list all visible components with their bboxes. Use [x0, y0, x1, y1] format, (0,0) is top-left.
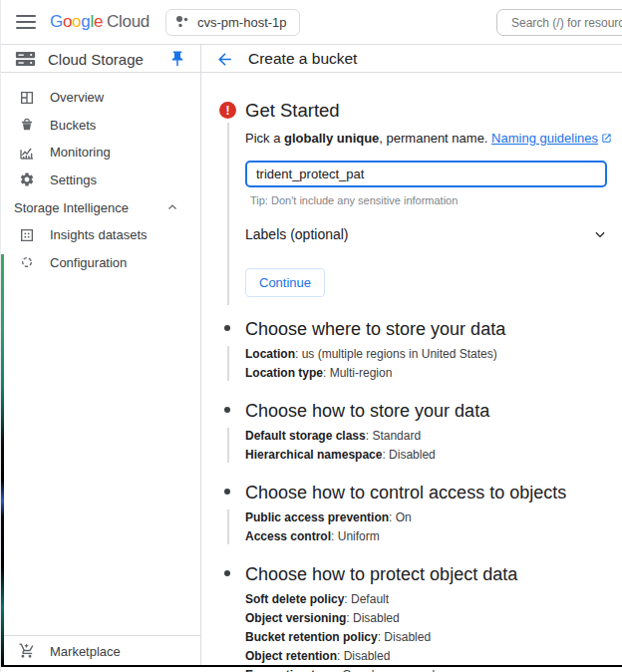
step-bullet-icon [224, 407, 230, 413]
sidebar-item-label: Configuration [50, 255, 127, 270]
step-title[interactable]: Choose how to control access to objects [245, 481, 622, 504]
detail-line: Default storage class: Standard [245, 427, 622, 446]
labels-expander[interactable]: Labels (optional) [245, 223, 607, 245]
detail-line: Object retention: Disabled [245, 647, 622, 666]
sidebar-item-monitoring[interactable]: Monitoring [1, 139, 200, 167]
sidebar-item-label: Monitoring [50, 145, 111, 160]
sidebar-section-nav: Insights datasets Configuration [1, 221, 200, 276]
back-arrow-icon[interactable] [214, 49, 234, 69]
buckets-icon [18, 116, 36, 134]
monitoring-icon [18, 144, 36, 162]
sidebar-item-label: Buckets [50, 118, 96, 133]
top-bar: Google Cloud cvs-pm-host-1p [1, 0, 622, 45]
header-row: Cloud Storage Create a bucket [1, 45, 622, 73]
bucket-name-instructions: Pick a globally unique, permanent name. … [245, 131, 622, 146]
configuration-icon [18, 253, 36, 271]
detail-line: Location type: Multi-region [245, 364, 622, 383]
marketplace-icon [18, 642, 36, 660]
menu-icon[interactable] [16, 15, 36, 29]
input-tip: Tip: Don't include any sensitive informa… [250, 194, 622, 206]
page-title: Create a bucket [248, 50, 357, 68]
google-logo-text: Google [50, 12, 103, 32]
stepper-sections: Choose where to store your data Location… [245, 317, 622, 672]
settings-icon [18, 170, 36, 188]
detail-line: Access control: Uniform [245, 527, 622, 546]
step-section: Choose how to control access to objects … [245, 481, 622, 546]
detail-line: Soft delete policy: Default [245, 590, 622, 609]
sidebar-item-label: Marketplace [50, 644, 121, 659]
sidebar-item-label: Settings [50, 172, 97, 187]
stepper-rail [227, 346, 229, 381]
sidebar: Overview Buckets Monitoring Settings Sto… [1, 73, 200, 665]
sidebar-item-buckets[interactable]: Buckets [1, 112, 200, 140]
step-details: Soft delete policy: DefaultObject versio… [245, 590, 622, 672]
instruction-text-2: , permanent name. [379, 131, 491, 146]
window-bottom-edge [1, 665, 622, 667]
detail-line: Location: us (multiple regions in United… [245, 345, 622, 364]
sidebar-section-storage-intelligence[interactable]: Storage Intelligence [1, 193, 200, 221]
detail-line: Bucket retention policy: Disabled [245, 628, 622, 647]
naming-guidelines-link[interactable]: Naming guidelines [491, 131, 598, 146]
step-details: Public access prevention: OnAccess contr… [245, 508, 622, 546]
project-selector[interactable]: cvs-pm-host-1p [165, 9, 300, 36]
step-section: Choose how to store your data Default st… [245, 399, 622, 465]
section-header-label: Storage Intelligence [14, 200, 129, 215]
external-link-icon [601, 133, 612, 144]
pin-icon[interactable] [168, 50, 186, 68]
detail-line: Hierarchical namespace: Disabled [245, 446, 622, 465]
sidebar-item-label: Overview [50, 90, 104, 105]
search-input[interactable] [497, 16, 622, 30]
sidebar-item-configuration[interactable]: Configuration [1, 249, 200, 277]
step-bullet-icon [224, 570, 230, 576]
detail-line: Object versioning: Disabled [245, 609, 622, 628]
step-bullet-icon [224, 489, 230, 495]
step-section: Choose how to protect object data Soft d… [245, 562, 622, 672]
sidebar-item-label: Insights datasets [50, 227, 148, 242]
google-cloud-logo[interactable]: Google Cloud [50, 12, 150, 32]
stepper-rail [227, 123, 229, 305]
error-icon: ! [219, 102, 236, 119]
sidebar-item-insights-datasets[interactable]: Insights datasets [1, 221, 200, 249]
project-name: cvs-pm-host-1p [197, 15, 287, 30]
instruction-text: Pick a [245, 131, 284, 146]
project-icon [174, 14, 190, 30]
cloud-logo-text: Cloud [107, 12, 150, 32]
instruction-bold: globally unique [284, 131, 379, 146]
step-details: Location: us (multiple regions in United… [245, 345, 622, 383]
detail-line: Public access prevention: On [245, 508, 622, 527]
labels-expander-label: Labels (optional) [245, 226, 349, 242]
gcp-console-window: Google Cloud cvs-pm-host-1p [0, 0, 622, 672]
step-get-started: ! Get Started [245, 100, 622, 122]
insights-datasets-icon [18, 226, 36, 244]
step-title[interactable]: Choose how to store your data [245, 399, 622, 423]
sidebar-item-overview[interactable]: Overview [1, 84, 200, 112]
step-title: Get Started [245, 100, 340, 122]
sidebar-nav: Overview Buckets Monitoring Settings [1, 73, 200, 193]
search-box[interactable] [496, 9, 622, 36]
continue-button[interactable]: Continue [245, 268, 325, 297]
stepper-rail [227, 428, 229, 463]
step-title[interactable]: Choose where to store your data [245, 317, 622, 341]
step-title[interactable]: Choose how to protect object data [245, 562, 622, 586]
background-window-sliver [1, 254, 4, 665]
overview-icon [18, 89, 36, 107]
step-bullet-icon [224, 325, 230, 331]
sidebar-item-marketplace[interactable]: Marketplace [1, 635, 200, 666]
sidebar-item-settings[interactable]: Settings [1, 167, 200, 194]
page-header: Create a bucket [200, 45, 357, 73]
chevron-up-icon [166, 201, 178, 213]
bucket-name-input[interactable] [245, 161, 607, 187]
product-header: Cloud Storage [1, 45, 200, 73]
cloud-storage-icon [15, 50, 36, 68]
chevron-down-icon [593, 227, 607, 241]
stepper-rail [227, 509, 229, 544]
step-details: Default storage class: StandardHierarchi… [245, 427, 622, 465]
step-section: Choose where to store your data Location… [245, 317, 622, 383]
create-bucket-form: ! Get Started Pick a globally unique, pe… [201, 73, 622, 665]
product-title: Cloud Storage [48, 51, 144, 68]
